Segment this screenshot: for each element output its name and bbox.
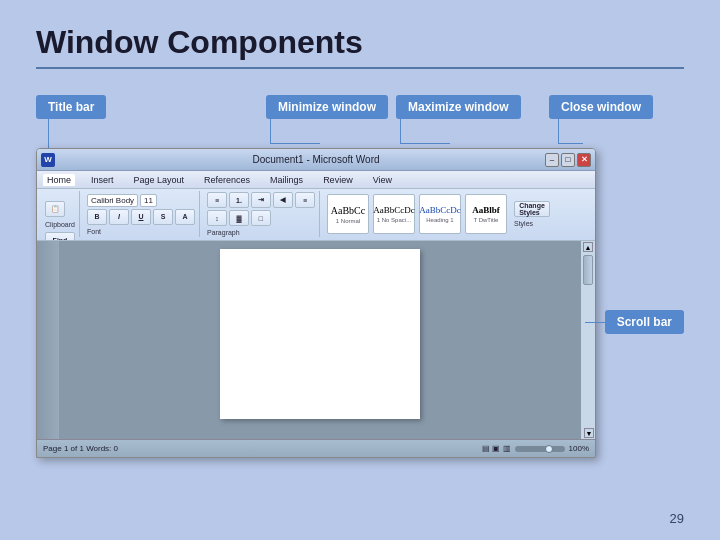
word-ruler-left: [37, 241, 59, 439]
close-connector-v: [558, 118, 559, 143]
zoom-thumb[interactable]: [545, 445, 553, 453]
scroll-bar-label: Scroll bar: [605, 310, 684, 334]
word-minimize-btn[interactable]: –: [545, 153, 559, 167]
style-title-preview: AaBlbf: [472, 205, 500, 215]
font-row-1: Calibri Body 11: [87, 194, 195, 207]
paste-btn[interactable]: 📋: [45, 201, 65, 217]
styles-label: Styles: [514, 220, 550, 227]
ribbon-tab-review[interactable]: Review: [319, 174, 357, 186]
font-name-input[interactable]: Calibri Body: [87, 194, 138, 207]
word-titlebar: W Document1 - Microsoft Word – □ ✕: [37, 149, 595, 171]
maximize-window-label: Maximize window: [396, 95, 521, 119]
border-btn[interactable]: □: [251, 210, 271, 226]
page-number: 29: [670, 511, 684, 526]
word-titlebar-left: W: [41, 153, 55, 167]
ribbon-tab-home[interactable]: Home: [43, 174, 75, 186]
numbering-btn[interactable]: 1.: [229, 192, 249, 208]
style-heading1-preview: AaBbCcDc: [419, 205, 461, 215]
toolbar-editing: ChangeStyles Styles: [510, 191, 554, 237]
word-window: W Document1 - Microsoft Word – □ ✕ Home …: [36, 148, 596, 458]
scrollbar-down-btn[interactable]: ▼: [584, 428, 594, 438]
align-center-btn[interactable]: ≡: [295, 192, 315, 208]
para-row-2: ↕ ▓ □: [207, 210, 315, 226]
word-document-page: [220, 249, 420, 419]
find-btn[interactable]: Find: [45, 232, 75, 241]
word-maximize-btn[interactable]: □: [561, 153, 575, 167]
style-title-name: T DwTitle: [473, 217, 498, 223]
find-row-1: Find: [45, 232, 75, 241]
bold-btn[interactable]: B: [87, 209, 107, 225]
view-icons: ▤ ▣ ▥: [482, 444, 510, 453]
style-nospacing-preview: AaBbCcDc: [373, 205, 415, 215]
underline-btn[interactable]: U: [131, 209, 151, 225]
toolbar-clipboard: 📋 Clipboard: [41, 191, 80, 237]
para-row-1: ≡ 1. ⇥ ◀ ≡: [207, 192, 315, 208]
word-ribbon: Home Insert Page Layout References Maili…: [37, 171, 595, 189]
word-scrollbar-v[interactable]: ▲ ▼: [581, 241, 595, 439]
ribbon-tab-insert[interactable]: Insert: [87, 174, 118, 186]
toolbar-styles: AaBbCc 1 Normal AaBbCcDc 1 No Spaci... A…: [327, 194, 507, 234]
font-size-input[interactable]: 11: [140, 194, 157, 207]
minimize-window-label: Minimize window: [266, 95, 388, 119]
slide-title: Window Components: [36, 24, 684, 61]
zoom-level: 100%: [569, 444, 589, 453]
word-close-btn[interactable]: ✕: [577, 153, 591, 167]
word-toolbar: 📋 Clipboard Calibri Body 11 B I U S A Fo…: [37, 189, 595, 241]
close-connector-h: [558, 143, 583, 144]
scrollbar-connector-h: [585, 322, 605, 323]
toolbar-row-1: 📋: [45, 201, 75, 217]
font-label: Font: [87, 228, 195, 235]
indent-btn[interactable]: ⇥: [251, 192, 271, 208]
change-styles-btn[interactable]: ChangeStyles: [514, 201, 550, 217]
ribbon-tab-view[interactable]: View: [369, 174, 396, 186]
scroll-bar-label-container: Scroll bar: [605, 310, 684, 334]
scrollbar-thumb[interactable]: [583, 255, 593, 285]
clipboard-label: Clipboard: [45, 221, 75, 228]
bullets-btn[interactable]: ≡: [207, 192, 227, 208]
font-color-btn[interactable]: A: [175, 209, 195, 225]
ribbon-tab-pagelayout[interactable]: Page Layout: [130, 174, 189, 186]
maximize-connector-h: [400, 143, 450, 144]
maximize-connector-v: [400, 118, 401, 143]
close-window-label: Close window: [549, 95, 653, 119]
toolbar-paragraph: ≡ 1. ⇥ ◀ ≡ ↕ ▓ □ Paragraph: [203, 191, 320, 237]
ribbon-tab-mailings[interactable]: Mailings: [266, 174, 307, 186]
ribbon-tab-references[interactable]: References: [200, 174, 254, 186]
scrollbar-up-btn[interactable]: ▲: [583, 242, 593, 252]
strikethrough-btn[interactable]: S: [153, 209, 173, 225]
titlebar-connector-v: [48, 118, 49, 150]
word-status-right: ▤ ▣ ▥ 100%: [482, 444, 589, 453]
font-row-2: B I U S A: [87, 209, 195, 225]
word-status-left: Page 1 of 1 Words: 0: [43, 444, 118, 453]
italic-btn[interactable]: I: [109, 209, 129, 225]
zoom-slider[interactable]: [515, 446, 565, 452]
title-bar-label: Title bar: [36, 95, 106, 119]
style-heading1[interactable]: AaBbCcDc Heading 1: [419, 194, 461, 234]
minimize-connector-h: [270, 143, 320, 144]
minimize-connector-v: [270, 118, 271, 143]
label-row: Title bar Minimize window Maximize windo…: [36, 91, 684, 123]
toolbar-font: Calibri Body 11 B I U S A Font: [83, 191, 200, 237]
word-app-icon: W: [41, 153, 55, 167]
style-title[interactable]: AaBlbf T DwTitle: [465, 194, 507, 234]
style-normal-preview: AaBbCc: [331, 205, 365, 216]
paragraph-label: Paragraph: [207, 229, 315, 236]
style-nospacing-name: 1 No Spaci...: [377, 217, 411, 223]
editing-row-1: ChangeStyles: [514, 201, 550, 217]
style-normal[interactable]: AaBbCc 1 Normal: [327, 194, 369, 234]
word-window-controls: – □ ✕: [545, 153, 591, 167]
word-statusbar: Page 1 of 1 Words: 0 ▤ ▣ ▥ 100%: [37, 439, 595, 457]
shading-btn[interactable]: ▓: [229, 210, 249, 226]
word-page-area: [59, 241, 581, 439]
title-divider: [36, 67, 684, 69]
style-nospacing[interactable]: AaBbCcDc 1 No Spaci...: [373, 194, 415, 234]
align-left-btn[interactable]: ◀: [273, 192, 293, 208]
slide: Window Components Title bar Minimize win…: [0, 0, 720, 540]
line-spacing-btn[interactable]: ↕: [207, 210, 227, 226]
style-normal-name: 1 Normal: [336, 218, 360, 224]
word-doc-area: ▲ ▼: [37, 241, 595, 439]
word-title-text: Document1 - Microsoft Word: [252, 154, 379, 165]
style-heading1-name: Heading 1: [426, 217, 453, 223]
